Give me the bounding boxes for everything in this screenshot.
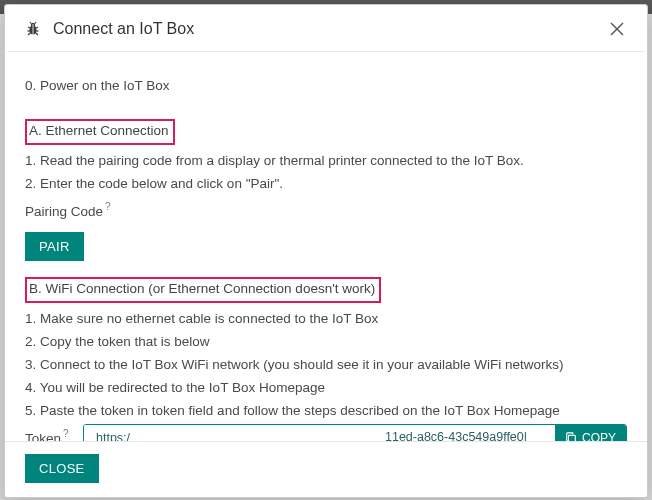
modal-title: Connect an IoT Box: [53, 20, 607, 38]
svg-line-10: [35, 22, 36, 24]
section-b-heading: B. WiFi Connection (or Ethernet Connecti…: [25, 277, 381, 303]
section-a-heading: A. Ethernet Connection: [25, 119, 175, 145]
section-b-step-1: 1. Make sure no ethernet cable is connec…: [25, 309, 627, 330]
section-b-steps: 1. Make sure no ethernet cable is connec…: [25, 309, 627, 422]
close-button[interactable]: [607, 19, 627, 39]
modal-header: Connect an IoT Box: [5, 5, 647, 51]
token-input-group: 11ed-a8c6-43c549a9ffe0| COPY: [83, 424, 627, 441]
section-b-step-2: 2. Copy the token that is below: [25, 332, 627, 353]
section-b: B. WiFi Connection (or Ethernet Connecti…: [25, 277, 627, 303]
close-icon: [607, 19, 627, 39]
token-input[interactable]: [84, 425, 385, 441]
pair-button-row: PAIR: [25, 232, 627, 261]
svg-line-7: [28, 33, 30, 35]
pair-button[interactable]: PAIR: [25, 232, 84, 261]
section-b-step-5: 5. Paste the token in token field and fo…: [25, 401, 627, 422]
svg-line-4: [36, 27, 38, 28]
modal-footer: CLOSE: [5, 441, 647, 497]
pairing-code-label-text: Pairing Code: [25, 203, 103, 218]
copy-button[interactable]: COPY: [555, 425, 626, 441]
token-suffix: 11ed-a8c6-43c549a9ffe0|: [385, 425, 555, 441]
section-a-steps: 1. Read the pairing code from a display …: [25, 151, 627, 195]
step-0: 0. Power on the IoT Box: [25, 76, 627, 97]
modal-body: 0. Power on the IoT Box A. Ethernet Conn…: [5, 52, 647, 441]
close-button-footer[interactable]: CLOSE: [25, 454, 99, 483]
section-a-step-2: 2. Enter the code below and click on "Pa…: [25, 174, 627, 195]
section-b-step-3: 3. Connect to the IoT Box WiFi network (…: [25, 355, 627, 376]
section-b-step-4: 4. You will be redirected to the IoT Box…: [25, 378, 627, 399]
token-label: Token?: [25, 426, 83, 441]
copy-button-label: COPY: [582, 431, 616, 441]
section-a-step-1: 1. Read the pairing code from a display …: [25, 151, 627, 172]
connect-iot-box-modal: Connect an IoT Box 0. Power on the IoT B…: [4, 4, 648, 498]
section-a: A. Ethernet Connection: [25, 119, 627, 145]
help-icon[interactable]: ?: [63, 428, 69, 439]
bug-icon: [25, 21, 41, 37]
pairing-code-label: Pairing Code?: [25, 199, 113, 222]
help-icon[interactable]: ?: [105, 201, 111, 212]
copy-icon: [565, 432, 577, 441]
svg-line-9: [30, 22, 31, 24]
svg-line-3: [28, 27, 30, 28]
svg-line-8: [36, 33, 38, 35]
pairing-code-row: Pairing Code?: [25, 199, 627, 222]
token-label-text: Token: [25, 430, 61, 441]
token-row: Token? 11ed-a8c6-43c549a9ffe0| COPY: [25, 424, 627, 441]
